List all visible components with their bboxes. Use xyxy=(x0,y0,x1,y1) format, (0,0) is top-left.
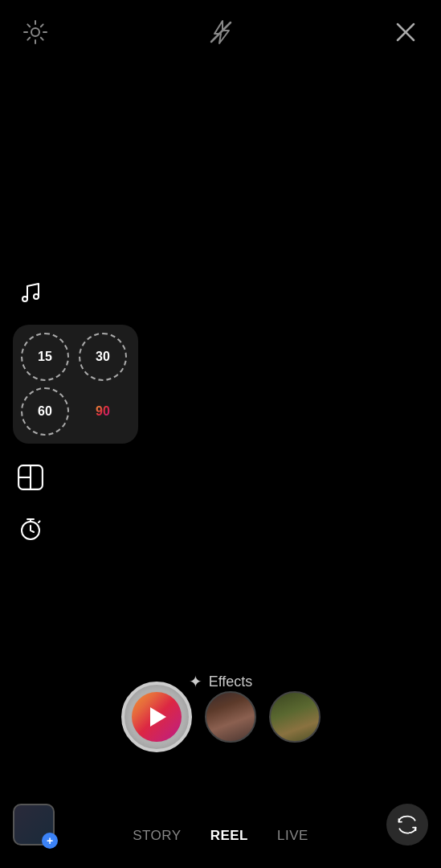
timer-90-button[interactable]: 90 xyxy=(79,387,127,436)
reel-play-icon xyxy=(150,707,166,727)
top-bar xyxy=(0,0,441,64)
timer-15-button[interactable]: 15 xyxy=(21,333,69,381)
record-button[interactable] xyxy=(121,682,192,752)
close-button[interactable] xyxy=(390,16,422,48)
svg-point-4 xyxy=(22,297,27,301)
tabs-center: STORY REEL LIVE xyxy=(133,828,308,844)
tab-story[interactable]: STORY xyxy=(133,828,181,844)
settings-button[interactable] xyxy=(19,16,51,48)
nav-tabs: + STORY REEL LIVE xyxy=(0,828,441,868)
camera-flip-button[interactable] xyxy=(386,804,428,845)
camera-row xyxy=(0,682,441,752)
timer-30-button[interactable]: 30 xyxy=(79,333,127,381)
countdown-timer-button[interactable] xyxy=(13,511,48,547)
layout-button[interactable] xyxy=(13,460,48,495)
timer-panel: 15 30 60 90 xyxy=(13,325,138,444)
svg-point-0 xyxy=(31,28,39,36)
recent-photo-1[interactable] xyxy=(205,691,256,743)
bottom-section: + STORY REEL LIVE xyxy=(0,828,441,868)
svg-point-5 xyxy=(34,294,39,299)
music-button[interactable] xyxy=(13,273,48,309)
gallery-thumbnail[interactable]: + xyxy=(13,804,55,845)
gallery-plus-icon: + xyxy=(42,833,58,849)
tab-live[interactable]: LIVE xyxy=(277,828,308,844)
record-button-inner xyxy=(132,692,182,742)
left-sidebar: 15 30 60 90 xyxy=(13,273,138,547)
flash-toggle-button[interactable] xyxy=(205,16,237,48)
recent-photo-2[interactable] xyxy=(269,691,321,743)
timer-60-button[interactable]: 60 xyxy=(21,387,69,436)
tab-reel[interactable]: REEL xyxy=(210,828,248,844)
